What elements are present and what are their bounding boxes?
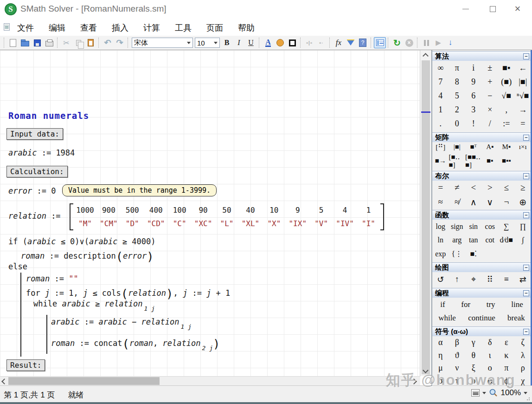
- math-line-roman-empty[interactable]: roman := "": [26, 274, 78, 283]
- palette-item[interactable]: ■⁚: [465, 249, 482, 258]
- menu-item-编辑[interactable]: 编辑: [47, 21, 67, 34]
- palette-item[interactable]: 9: [465, 77, 482, 87]
- redo-button[interactable]: ↷: [114, 37, 126, 48]
- palette-item[interactable]: ≥: [515, 182, 532, 193]
- palette-item[interactable]: ⠿: [482, 274, 499, 285]
- result-label[interactable]: Result:: [6, 359, 45, 371]
- math-line-while[interactable]: while arabic ≥ relation1 j: [33, 299, 155, 308]
- matrix-value-cell[interactable]: 90: [192, 206, 215, 215]
- input-data-label[interactable]: Input data:: [6, 128, 63, 140]
- palette-item[interactable]: ∫: [515, 236, 532, 244]
- bold-button[interactable]: B: [221, 37, 233, 48]
- palette-item[interactable]: =: [432, 182, 449, 193]
- palette-item[interactable]: 7: [432, 77, 449, 87]
- scroll-left-icon[interactable]: [1, 378, 7, 384]
- palette-item[interactable]: ξ: [465, 362, 482, 374]
- menu-item-计算[interactable]: 计算: [141, 21, 162, 34]
- palette-item[interactable]: [⠛]: [432, 143, 449, 151]
- palette-item[interactable]: arg: [449, 236, 466, 244]
- font-size-select[interactable]: 10: [195, 38, 220, 48]
- palette-item[interactable]: ζ: [515, 336, 532, 349]
- palette-item[interactable]: ⁿ√■: [515, 91, 532, 101]
- palette-item[interactable]: 1: [432, 105, 449, 115]
- copy-button[interactable]: [72, 37, 84, 48]
- chevron-down-icon[interactable]: [524, 392, 527, 394]
- panel-minimize-button[interactable]: −: [523, 135, 529, 141]
- underline-button[interactable]: U: [245, 37, 257, 48]
- palette-item[interactable]: ↑: [449, 274, 466, 285]
- matrix-symbol-cell[interactable]: "M": [73, 219, 97, 228]
- calculation-label[interactable]: Calculation:: [6, 166, 68, 177]
- palette-item[interactable]: A▪: [482, 143, 499, 151]
- menu-item-查看[interactable]: 查看: [78, 21, 99, 34]
- palette-item[interactable]: exp: [432, 249, 449, 258]
- math-line-error[interactable]: error := 0: [8, 186, 56, 195]
- palette-item[interactable]: ∏: [515, 222, 532, 231]
- panel-minimize-button[interactable]: −: [523, 290, 529, 296]
- font-color-button[interactable]: A: [262, 37, 274, 48]
- panel-minimize-button[interactable]: −: [523, 329, 529, 335]
- matrix-symbol-cell[interactable]: "XL": [238, 219, 262, 228]
- print-button[interactable]: [43, 37, 55, 48]
- palette-item[interactable]: tan: [465, 236, 482, 244]
- chevron-down-icon[interactable]: [482, 392, 486, 394]
- reference-book-button[interactable]: ?: [357, 37, 369, 48]
- border-button[interactable]: [286, 37, 298, 48]
- palette-item[interactable]: ∨: [482, 197, 499, 208]
- panel-minimize-button[interactable]: −: [523, 265, 529, 271]
- palette-item[interactable]: ε: [498, 336, 515, 349]
- palette-item[interactable]: [■■‥■]: [465, 153, 482, 169]
- resize-grip[interactable]: [526, 396, 531, 401]
- palette-item[interactable]: break: [507, 311, 525, 325]
- matrix-value-cell[interactable]: 9: [286, 206, 309, 215]
- matrix-value-cell[interactable]: 400: [144, 206, 168, 215]
- menu-item-文件[interactable]: 文件: [15, 21, 36, 34]
- horizontal-scrollbar-thumb[interactable]: [8, 377, 160, 385]
- palette-item[interactable]: ⌖: [465, 274, 482, 285]
- palette-item[interactable]: line: [511, 298, 523, 311]
- palette-item[interactable]: υ: [465, 375, 482, 385]
- palette-item[interactable]: τ: [449, 375, 466, 385]
- matrix-value-cell[interactable]: 4: [333, 206, 357, 215]
- palette-item[interactable]: ■ᵀ: [465, 143, 482, 151]
- matrix-value-cell[interactable]: 500: [121, 206, 144, 215]
- cut-button[interactable]: ✂: [60, 37, 72, 48]
- palette-item[interactable]: ¬: [498, 197, 515, 208]
- palette-item[interactable]: ■▪: [482, 153, 499, 169]
- panel-minimize-button[interactable]: −: [523, 212, 529, 218]
- undo-button[interactable]: ↶: [102, 37, 114, 48]
- palette-item[interactable]: cot: [482, 236, 499, 244]
- palette-item[interactable]: log: [432, 222, 449, 231]
- palette-item[interactable]: ±: [482, 63, 499, 73]
- save-file-button[interactable]: [31, 37, 43, 48]
- matrix-symbol-cell[interactable]: "IX": [286, 219, 309, 228]
- math-line-if[interactable]: if (arabic ≤ 0)∨(arabic ≥ 4000): [8, 237, 155, 246]
- scroll-up-icon[interactable]: [423, 53, 429, 59]
- menu-item-工具[interactable]: 工具: [173, 21, 193, 34]
- palette-button[interactable]: [274, 37, 286, 48]
- math-line-relation[interactable]: relation :=: [8, 211, 61, 221]
- palette-item[interactable]: /: [482, 119, 499, 129]
- matrix-symbol-cell[interactable]: "IV": [333, 219, 357, 228]
- window-close-button[interactable]: ×: [507, 0, 528, 18]
- palette-item[interactable]: χ: [515, 375, 532, 385]
- side-panel-toggle-button[interactable]: [374, 37, 386, 48]
- palette-item[interactable]: [■‥■]: [449, 153, 466, 169]
- palette-item[interactable]: try: [487, 298, 495, 311]
- insert-function-button[interactable]: fx: [333, 37, 345, 48]
- palette-item[interactable]: ϑ: [449, 349, 466, 362]
- debug-step-button[interactable]: ↓: [444, 37, 456, 48]
- math-line-else[interactable]: else: [8, 262, 27, 271]
- page-layout-icon[interactable]: [471, 389, 480, 397]
- palette-item[interactable]: π: [498, 362, 515, 374]
- matrix-value-cell[interactable]: 1: [357, 206, 380, 215]
- palette-item[interactable]: α: [432, 336, 449, 349]
- palette-item[interactable]: (■): [498, 77, 515, 87]
- new-file-button[interactable]: [7, 37, 19, 48]
- zoom-level[interactable]: 100%: [501, 388, 521, 397]
- matrix-value-cell[interactable]: 10: [262, 206, 286, 215]
- palette-item[interactable]: ι: [482, 349, 499, 362]
- palette-item[interactable]: ρ: [515, 362, 532, 374]
- align-horizontal-button[interactable]: ▫|▫: [303, 37, 315, 48]
- range-note[interactable]: Value must be in the range 1-3999.: [62, 184, 217, 196]
